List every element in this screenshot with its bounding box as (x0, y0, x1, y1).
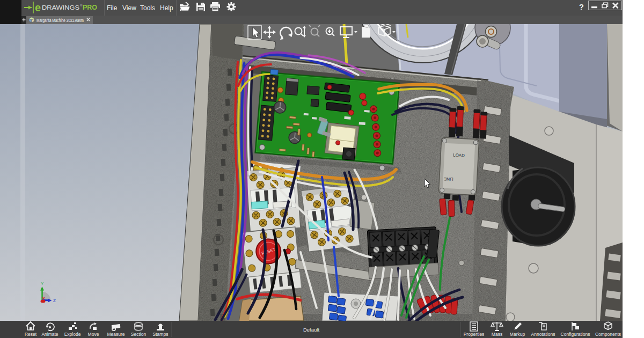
svg-text:LINE: LINE (444, 177, 453, 182)
svg-text:?: ? (579, 3, 584, 11)
svg-text:Section: Section (131, 332, 147, 337)
svg-text:Explode: Explode (64, 332, 81, 337)
svg-text:Configurations: Configurations (561, 332, 590, 337)
svg-text:DRAWINGS: DRAWINGS (42, 4, 79, 11)
svg-text:Stamps: Stamps (153, 332, 169, 337)
svg-text:Reset: Reset (25, 332, 37, 337)
svg-text:e: e (35, 2, 41, 13)
svg-text:Z: Z (53, 298, 56, 303)
svg-text:Components: Components (595, 332, 621, 337)
svg-text:Move: Move (88, 332, 99, 337)
svg-text:PRO: PRO (83, 4, 97, 11)
svg-text:Measure: Measure (107, 332, 125, 337)
svg-text:Properties: Properties (464, 332, 485, 337)
svg-text:Margarita Machine 2023.easm: Margarita Machine 2023.easm (36, 17, 84, 23)
svg-text:Y: Y (41, 281, 44, 286)
svg-text:Mass: Mass (492, 332, 502, 337)
svg-text:Animate: Animate (41, 332, 58, 337)
svg-text:Annotations: Annotations (531, 332, 555, 337)
svg-text:Markup: Markup (510, 332, 525, 337)
svg-text:LOAD: LOAD (453, 152, 465, 158)
svg-text:Default: Default (303, 327, 319, 333)
